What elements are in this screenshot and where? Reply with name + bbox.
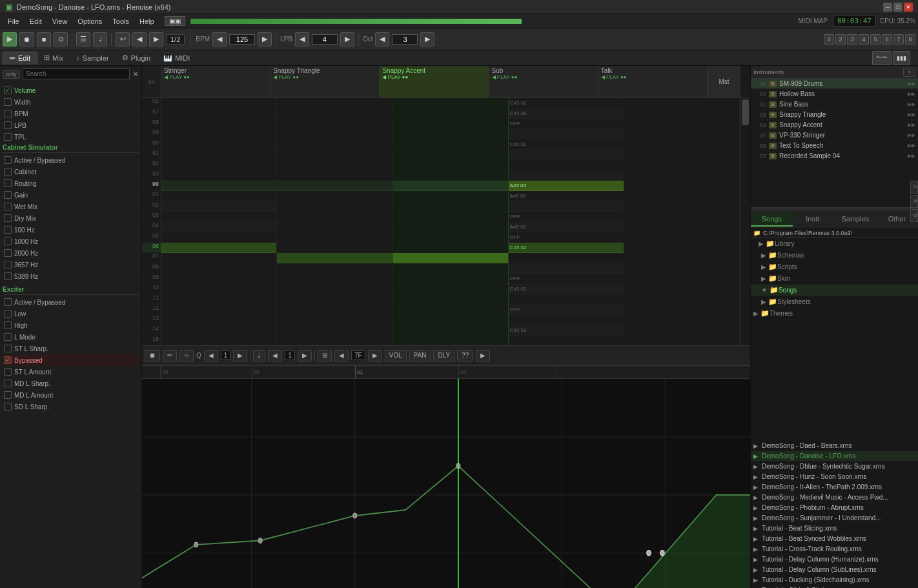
undo-button[interactable]: ↩ [116, 32, 130, 46]
tab-mix[interactable]: ⊞ Mix [37, 52, 70, 64]
param-exc-active[interactable]: Active / Bypassed [3, 296, 139, 308]
lfo-canvas[interactable] [142, 379, 750, 588]
instr-item-01[interactable]: 01 ⊞ Hollow Bass ▶▶ [751, 89, 918, 99]
param-volume[interactable]: ✓ Volume [3, 85, 139, 96]
song-sunjammer[interactable]: ▶ DemoSong - Sunjammer - I Understand... [751, 513, 918, 523]
song-ducking[interactable]: ▶ Tutorial - Ducking (Sidechaining).xrns [751, 575, 918, 585]
stop-button[interactable]: ■ [37, 32, 51, 46]
param-routing[interactable]: Routing [3, 177, 139, 189]
sub-row-05[interactable]: OFF [509, 232, 624, 243]
oct-value[interactable]: 3 [392, 34, 418, 45]
lpb-up-button[interactable]: ▶ [340, 32, 354, 46]
browser-tab-samples[interactable]: Samples [835, 212, 877, 227]
stringer-row-00[interactable] [161, 181, 276, 191]
snappy-accent-row-00[interactable] [393, 181, 507, 191]
param-gain[interactable]: Gain [3, 189, 139, 201]
track-btn-5[interactable]: 5 [870, 34, 881, 45]
search-input[interactable] [23, 68, 130, 79]
pe-step-up[interactable]: ▶ [298, 350, 312, 361]
song-beatslicing[interactable]: ▶ Tutorial - Beat Slicing.xrns [751, 523, 918, 534]
song-dblue[interactable]: ▶ DemoSong - Dblue - Syntechtic Sugar.xr… [751, 461, 918, 472]
oct-up-button[interactable]: ▶ [420, 32, 434, 46]
cab-active-checkbox[interactable] [4, 156, 12, 164]
sub-row-11[interactable] [509, 294, 624, 305]
play-button[interactable]: ▶ [3, 32, 17, 46]
sub-row-15[interactable] [509, 336, 624, 345]
only-button[interactable]: only [3, 70, 20, 79]
stringer-row-02[interactable] [161, 201, 276, 212]
song-glide[interactable]: ▶ Tutorial - Glide & Pitch.xrns [751, 585, 918, 588]
width-checkbox[interactable] [4, 98, 12, 106]
sub-row-08[interactable] [509, 263, 624, 274]
param-dry-mix[interactable]: Dry Mix [3, 212, 139, 224]
param-md-l-amount[interactable]: MD L Amount [3, 389, 139, 401]
next-button[interactable]: ▶ [149, 32, 163, 46]
menu-view[interactable]: View [47, 16, 73, 26]
param-exc-high[interactable]: High [3, 319, 139, 331]
instr-item-03[interactable]: 03 ⊞ Snappy Triangle ▶▶ [751, 110, 918, 120]
fb-scripts[interactable]: ▶ 📁 Scripts [751, 261, 918, 273]
5389hz-checkbox[interactable] [4, 272, 12, 280]
volume-checkbox[interactable]: ✓ [4, 86, 12, 94]
param-2000hz[interactable]: 2000 Hz [3, 247, 139, 259]
side-btn-c[interactable]: C [910, 181, 918, 194]
sub-row-07[interactable] [509, 253, 624, 263]
side-btn-d[interactable]: D [910, 209, 918, 222]
pe-dly-btn[interactable]: DLY [433, 350, 454, 361]
pe-vol-btn[interactable]: VOL [385, 350, 407, 361]
exc-active-checkbox[interactable] [4, 298, 12, 306]
param-5389hz[interactable]: 5389 Hz [3, 270, 139, 282]
wet-mix-checkbox[interactable] [4, 203, 12, 210]
fb-skin[interactable]: ▶ 📁 Skin [751, 273, 918, 285]
sub-row-56[interactable]: C#3 02 [509, 98, 624, 108]
instr-add-btn[interactable]: + [903, 68, 915, 77]
bpm-checkbox[interactable] [4, 110, 12, 117]
ch-talk[interactable]: Talk ◀ PLAY ●● [598, 66, 708, 97]
instr-item-06[interactable]: 06 ⊞ Text To Speech ▶▶ [751, 141, 918, 151]
lpb-down-button[interactable]: ◀ [295, 32, 309, 46]
sub-row-04[interactable]: A#2 02 [509, 222, 624, 232]
pe-midi-btn[interactable]: ⊞ [318, 350, 332, 361]
minimize-button[interactable]: ─ [883, 3, 892, 12]
sub-row-01[interactable]: A#2 02 [509, 191, 624, 201]
song-delaysublines[interactable]: ▶ Tutorial - Delay Column (SubLines).xrn… [751, 565, 918, 575]
fb-themes[interactable]: ▶ 📁 Themes [751, 308, 918, 319]
pe-scrollbar-v[interactable] [740, 66, 750, 97]
sub-row-09[interactable]: OFF [509, 274, 624, 284]
close-button[interactable]: ✕ [904, 3, 913, 12]
fb-library[interactable]: ▶ 📁 Library [751, 238, 918, 250]
param-100hz[interactable]: 100 Hz [3, 224, 139, 236]
sub-row-14[interactable]: C#3 02 [509, 325, 624, 336]
track-btn-6[interactable]: 6 [882, 34, 892, 45]
param-bypassed[interactable]: ✓ Bypassed [3, 354, 139, 366]
menu-tools[interactable]: Tools [107, 16, 134, 26]
maximize-button[interactable]: □ [893, 3, 903, 12]
sub-row-57[interactable]: C#3 08 [509, 108, 624, 119]
menu-help[interactable]: Help [134, 16, 159, 26]
stringer-row-03[interactable] [161, 212, 276, 222]
pe-more-btn[interactable]: ▶ [476, 350, 490, 361]
dry-mix-checkbox[interactable] [4, 214, 12, 222]
stringer-row-06[interactable] [161, 243, 276, 253]
song-danoise[interactable]: ▶ DemoSong - Danoise - LFO.xrns [751, 451, 918, 461]
track-btn-2[interactable]: 2 [835, 34, 846, 45]
track-btn-4[interactable]: 4 [859, 34, 869, 45]
param-st-l-amount[interactable]: ST L Amount [3, 366, 139, 378]
param-st-l-sharp[interactable]: ST L Sharp. [3, 343, 139, 354]
instr-item-00[interactable]: 00 ⊞ SM-909 Drums ▶▶ [751, 79, 918, 89]
toolbar-extra[interactable]: ▣▣ [165, 16, 185, 26]
param-3657hz[interactable]: 3657 Hz [3, 259, 139, 270]
param-cab-active[interactable]: Active / Bypassed [3, 154, 139, 166]
song-beatsynced[interactable]: ▶ Tutorial - Beat Synced Wobbles.xrns [751, 534, 918, 544]
fb-schemas[interactable]: ▶ 📁 Schemas [751, 250, 918, 261]
snappy-accent-row-06[interactable] [393, 253, 507, 263]
ch-sub[interactable]: Sub ◀ PLAY ●● [489, 66, 598, 97]
param-sd-l-sharp[interactable]: SD L Sharp. [3, 401, 139, 412]
sub-row-63[interactable] [509, 170, 624, 181]
sd-l-sharp-checkbox[interactable] [4, 403, 12, 411]
2000hz-checkbox[interactable] [4, 249, 12, 257]
cabinet-checkbox[interactable] [4, 168, 12, 176]
sub-row-00[interactable]: A#2 02 [509, 181, 624, 191]
sub-row-06[interactable]: C#3 02 [509, 243, 624, 253]
pe-loop-btn[interactable]: ⏹ [145, 350, 160, 361]
